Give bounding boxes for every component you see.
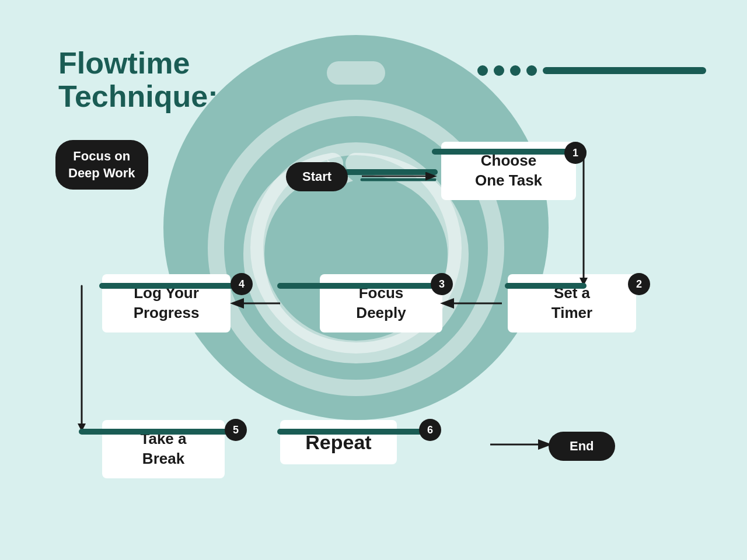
canvas: Flowtime Technique: Focus on Deep Work — [0, 0, 747, 560]
end-button[interactable]: End — [549, 432, 615, 461]
svg-marker-15 — [78, 424, 86, 432]
step-num-4: 4 — [231, 273, 253, 295]
start-button[interactable]: Start — [286, 162, 348, 191]
step-num-2: 2 — [628, 273, 650, 295]
step-box-6: Repeat — [280, 420, 397, 464]
progress-bar-decoration — [543, 67, 706, 74]
step-box-4: Log YourProgress — [102, 274, 231, 332]
step-num-3: 3 — [431, 273, 453, 295]
step-box-1: ChooseOne Task — [441, 142, 576, 200]
timer-icon — [184, 55, 528, 400]
step-box-3: FocusDeeply — [320, 274, 442, 332]
step-box-5: Take aBreak — [102, 420, 225, 478]
subtitle-badge: Focus on Deep Work — [55, 140, 148, 190]
step-num-6: 6 — [419, 419, 441, 441]
step-box-2: Set aTimer — [508, 274, 636, 332]
step-num-5: 5 — [225, 419, 247, 441]
svg-rect-0 — [327, 61, 385, 85]
step-num-1: 1 — [564, 142, 587, 164]
